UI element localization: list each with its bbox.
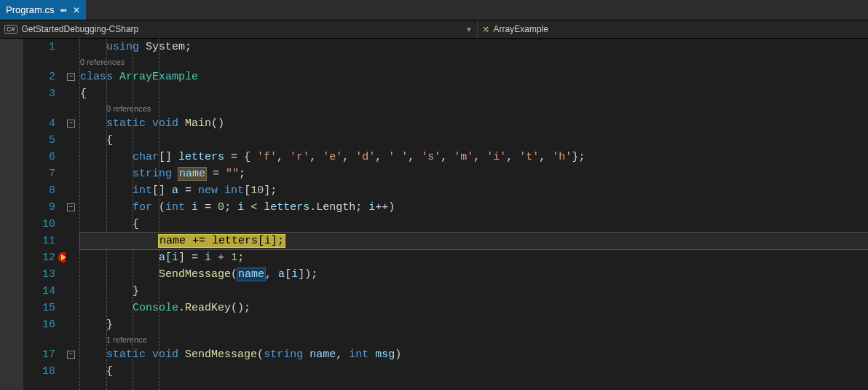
code-line[interactable]: SendMessage(name, a[i]);	[80, 266, 868, 283]
code-line[interactable]: {	[80, 132, 868, 149]
code-line[interactable]: {	[80, 363, 868, 380]
line-number: 17	[23, 346, 55, 363]
code-line[interactable]: a[i] = i + 1;	[80, 249, 868, 266]
line-number: 11	[23, 233, 55, 249]
line-number-gutter: 1 2 3 4 5 6 7 8 9 10 11 12 13 14 15 16 1…	[23, 39, 66, 390]
code-line[interactable]: for (int i = 0; i < letters.Length; i++)	[80, 199, 868, 216]
symbol-reference: name	[237, 268, 265, 281]
code-line[interactable]: using System;	[80, 39, 868, 55]
line-number: 3	[23, 85, 55, 102]
code-editor[interactable]: 1 2 3 4 5 6 7 8 9 10 11 12 13 14 15 16 1…	[0, 39, 868, 390]
line-number: 14	[23, 283, 55, 300]
scope-left-label: GetStartedDebugging-CSharp	[22, 24, 139, 34]
fold-toggle[interactable]: −	[67, 203, 75, 211]
class-icon: ⤨	[482, 24, 489, 34]
tab-program-cs[interactable]: Program.cs ⇴ ✕	[0, 0, 86, 20]
code-area[interactable]: using System; 0 references class ArrayEx…	[80, 39, 868, 390]
nav-bar: C# GetStartedDebugging-CSharp ▾ ⤨ ArrayE…	[0, 20, 868, 39]
symbol-definition: name	[178, 168, 206, 180]
line-number: 2	[23, 69, 55, 85]
line-number: 18	[23, 363, 55, 380]
scope-dropdown-left[interactable]: C# GetStartedDebugging-CSharp ▾	[0, 20, 478, 38]
code-line[interactable]: string name = "";	[80, 165, 868, 182]
fold-toggle[interactable]: −	[67, 120, 75, 128]
code-line[interactable]: Console.ReadKey();	[80, 300, 868, 316]
fold-toggle[interactable]: −	[67, 73, 75, 81]
chevron-down-icon: ▾	[467, 24, 477, 34]
fold-gutter[interactable]: − − − −	[66, 39, 80, 390]
code-line[interactable]: static void SendMessage(string name, int…	[80, 346, 868, 363]
scope-right-label: ArrayExample	[494, 24, 548, 34]
code-line[interactable]: char[] letters = { 'f', 'r', 'e', 'd', '…	[80, 149, 868, 165]
execution-pointer-icon[interactable]	[4, 234, 17, 247]
fold-toggle[interactable]: −	[67, 351, 75, 359]
breakpoint-gutter[interactable]	[0, 39, 23, 390]
line-number: 12	[23, 249, 55, 266]
line-number: 1	[23, 39, 55, 55]
line-number: 10	[23, 216, 55, 233]
code-line[interactable]: {	[80, 85, 868, 102]
line-number: 9	[23, 199, 55, 216]
code-line[interactable]: }	[80, 283, 868, 300]
line-number: 5	[23, 132, 55, 149]
csharp-badge-icon: C#	[4, 25, 17, 34]
code-line[interactable]: }	[80, 316, 868, 333]
code-line[interactable]: static void Main()	[80, 115, 868, 132]
line-number: 16	[23, 316, 55, 333]
codelens[interactable]: 0 references	[80, 102, 868, 115]
code-line[interactable]: {	[80, 216, 868, 233]
codelens[interactable]: 1 reference	[80, 333, 868, 346]
scope-dropdown-right[interactable]: ⤨ ArrayExample	[478, 24, 548, 34]
codelens[interactable]: 0 references	[80, 55, 868, 69]
code-line[interactable]: int[] a = new int[10];	[80, 182, 868, 199]
code-line[interactable]: class ArrayExample	[80, 69, 868, 85]
tab-bar: Program.cs ⇴ ✕	[0, 0, 868, 20]
line-number: 15	[23, 300, 55, 316]
pin-icon[interactable]: ⇴	[60, 5, 67, 15]
line-number: 7	[23, 165, 55, 182]
line-number: 8	[23, 182, 55, 199]
line-number: 4	[23, 115, 55, 132]
line-number: 13	[23, 266, 55, 283]
current-execution-line[interactable]: name += letters[i];	[80, 233, 868, 249]
close-icon[interactable]: ✕	[73, 5, 80, 15]
tab-label: Program.cs	[6, 4, 54, 15]
line-number: 6	[23, 149, 55, 165]
